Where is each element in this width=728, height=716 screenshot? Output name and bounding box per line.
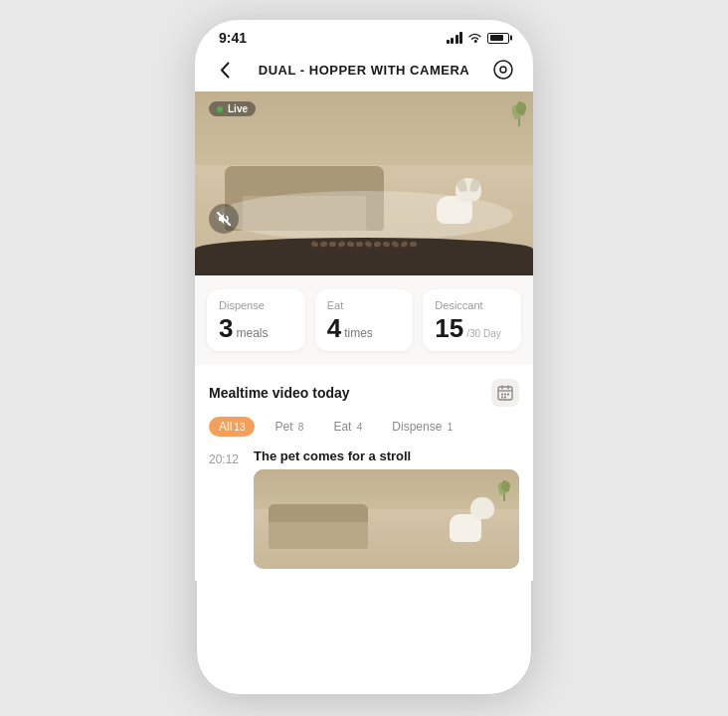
thumb-sofa: [269, 504, 368, 549]
stat-eat-label: Eat: [327, 299, 402, 311]
video-thumbnail[interactable]: [254, 469, 519, 569]
svg-rect-7: [501, 394, 503, 396]
camera-feed: Live: [195, 91, 533, 275]
svg-rect-8: [504, 394, 506, 396]
svg-rect-11: [504, 397, 506, 399]
calendar-button[interactable]: [491, 379, 519, 407]
plant-decoration: [510, 96, 528, 126]
status-time: 9:41: [219, 30, 247, 46]
filter-eat[interactable]: Eat 4: [323, 417, 372, 437]
mute-button[interactable]: [209, 204, 239, 234]
back-button[interactable]: [211, 56, 239, 84]
filter-pet[interactable]: Pet 8: [265, 417, 313, 437]
section-title: Mealtime video today: [209, 385, 350, 401]
signal-icon: [447, 32, 463, 44]
page-title: DUAL - HOPPER WITH CAMERA: [259, 63, 469, 78]
video-title: The pet comes for a stroll: [254, 448, 519, 463]
filter-tabs: All13 Pet 8 Eat 4 Dispense 1: [209, 417, 519, 437]
stat-desiccant-label: Desiccant: [435, 299, 509, 311]
wifi-icon: [467, 33, 482, 44]
stat-dispense-label: Dispense: [219, 299, 293, 311]
video-time: 20:12: [209, 448, 244, 466]
phone-shell: 9:41 DUAL - HOPPER WITH CAMER: [195, 20, 533, 696]
live-badge: Live: [209, 101, 256, 116]
svg-point-1: [500, 67, 506, 73]
stat-eat-value: 4: [327, 315, 341, 341]
filter-all[interactable]: All13: [209, 417, 255, 437]
dog-figure: [429, 174, 483, 234]
svg-rect-9: [507, 394, 509, 396]
svg-point-0: [494, 61, 512, 79]
mealtime-section: Mealtime video today All13: [195, 365, 533, 581]
live-indicator: [217, 106, 223, 112]
stat-eat: Eat 4 times: [315, 289, 414, 351]
battery-icon: [487, 33, 509, 44]
stats-row: Dispense 3 meals Eat 4 times Desiccant 1…: [195, 275, 533, 365]
svg-rect-10: [501, 397, 503, 399]
live-label: Live: [228, 103, 248, 114]
thumb-dog: [445, 492, 494, 547]
food-bowl: [195, 238, 533, 275]
stat-dispense-value: 3: [219, 315, 233, 341]
status-icons: [447, 32, 510, 44]
stat-desiccant-value: 15: [435, 315, 463, 341]
section-header: Mealtime video today: [209, 379, 519, 407]
stat-dispense-unit: meals: [236, 326, 268, 340]
nav-bar: DUAL - HOPPER WITH CAMERA: [195, 50, 533, 91]
status-bar: 9:41: [195, 20, 533, 50]
stat-desiccant: Desiccant 15 /30 Day: [423, 289, 521, 351]
stat-desiccant-unit: /30 Day: [466, 328, 500, 339]
settings-button[interactable]: [489, 56, 517, 84]
filter-dispense[interactable]: Dispense 1: [382, 417, 462, 437]
stat-dispense: Dispense 3 meals: [207, 289, 305, 351]
video-content: The pet comes for a stroll: [254, 448, 519, 569]
video-entry[interactable]: 20:12 The pet comes for a stroll: [209, 448, 519, 581]
stat-eat-unit: times: [344, 326, 373, 340]
